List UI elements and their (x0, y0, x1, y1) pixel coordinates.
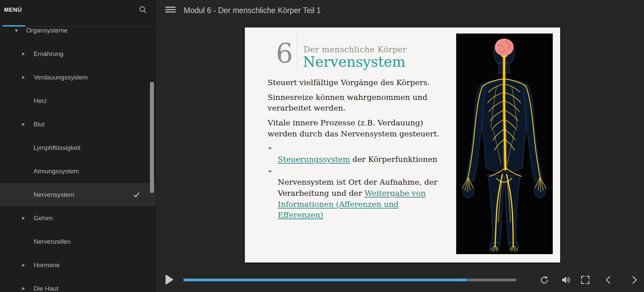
volume-icon[interactable] (561, 275, 571, 285)
sidebar-item-verdauungssystem[interactable]: Verdauungssystem (0, 66, 156, 89)
sidebar-item-label: Blut (34, 121, 45, 128)
caret-right-icon (22, 287, 25, 290)
hamburger-menu-icon[interactable] (165, 7, 176, 12)
module-title: Modul 6 - Der menschliche Körper Teil 1 (184, 6, 321, 15)
slide-chapter-number: 6 (272, 40, 297, 67)
caret-right-icon (22, 76, 25, 79)
sidebar-item-label: Nervenzellen (34, 238, 71, 245)
slide-canvas: 6 Der menschliche Körper Nervensystem St… (245, 27, 560, 262)
caret-right-icon (22, 123, 25, 126)
sidebar-item-label: Hormone (34, 261, 60, 269)
sidebar-item-gehirn[interactable]: Gehirn (0, 207, 156, 230)
sidebar-item-label: Atmungssystem (34, 168, 79, 175)
title-divider (297, 27, 297, 71)
menu-tab[interactable]: MENÜ (4, 7, 22, 13)
sidebar-item-nervenzellen[interactable]: Nervenzellen (0, 230, 156, 253)
seekbar-progress (183, 279, 467, 281)
sidebar-item-organsysteme[interactable]: Organsysteme (0, 27, 156, 42)
sidebar-item-atmungssystem[interactable]: Atmungssystem (0, 160, 156, 183)
arrow-bullet-icon: ➢ (268, 167, 272, 175)
sidebar-item-ernaehrung[interactable]: Ernährung (0, 42, 156, 66)
slide-hyperlink[interactable]: Steuerungssystem (278, 155, 350, 164)
slide-bullet-item: ➢Nervensystem ist Ort der Aufnahme, der … (268, 166, 482, 221)
sidebar-item-nervensystem[interactable]: Nervensystem (0, 183, 156, 207)
sidebar-item-die-haut[interactable]: Die Haut (0, 277, 156, 292)
sidebar-item-label: Nervensystem (34, 191, 74, 198)
main-area: Modul 6 - Der menschliche Körper Teil 1 … (156, 0, 644, 292)
sidebar-nav: Organsysteme Ernährung Verdauungssystem … (0, 27, 156, 292)
sidebar-scrollbar-thumb[interactable] (150, 82, 154, 193)
sidebar-item-label: Organsysteme (26, 27, 68, 34)
sidebar-item-label: Lymphflüssigkeit (34, 144, 80, 152)
sidebar-header: MENÜ (0, 0, 156, 27)
slide-kicker: Der menschliche Körper (304, 45, 407, 54)
seekbar[interactable] (183, 279, 517, 281)
active-tab-underline (3, 25, 25, 26)
caret-down-icon (15, 30, 18, 32)
play-button[interactable] (165, 275, 173, 285)
sidebar-item-label: Herz (34, 97, 47, 105)
slide-paragraph: Sinnesreize können wahrgenommen und vera… (268, 92, 482, 114)
main-header: Modul 6 - Der menschliche Körper Teil 1 (156, 0, 644, 19)
slide-paragraph: Steuert vielfältige Vorgänge des Körpers… (268, 77, 482, 88)
sidebar-item-label: Gehirn (34, 215, 53, 222)
previous-slide-button[interactable] (604, 275, 613, 285)
player-controls (156, 265, 644, 292)
sidebar-item-label: Die Haut (34, 285, 58, 292)
sidebar-item-blut[interactable]: Blut (0, 113, 156, 136)
slide-body-text: Steuert vielfältige Vorgänge des Körpers… (268, 77, 482, 222)
caret-right-icon (22, 264, 25, 267)
sidebar-item-herz[interactable]: Herz (0, 89, 156, 113)
caret-right-icon (22, 217, 25, 220)
slide-bullet-item: ➢Steuerungssystem der Körperfunktionen (268, 143, 482, 165)
slide-paragraph: Vitale innere Prozesse (z.B. Verdauung) … (268, 117, 482, 139)
arrow-bullet-icon: ➢ (268, 144, 272, 152)
next-slide-button[interactable] (629, 275, 639, 285)
slide-bullet-text: der Körperfunktionen (350, 155, 437, 164)
sidebar-item-label: Verdauungssystem (34, 74, 88, 81)
caret-right-icon (22, 52, 25, 56)
search-icon[interactable] (139, 6, 147, 14)
sidebar-item-label: Ernährung (34, 50, 63, 58)
slide-title: Nervensystem (303, 54, 406, 70)
sidebar-item-hormone[interactable]: Hormone (0, 253, 156, 277)
nervous-system-image (456, 34, 553, 254)
sidebar-item-lymphfluessigkeit[interactable]: Lymphflüssigkeit (0, 136, 156, 160)
sidebar: Organsysteme Ernährung Verdauungssystem … (0, 0, 156, 292)
fullscreen-icon[interactable] (581, 275, 590, 285)
checkmark-icon (133, 191, 140, 198)
replay-icon[interactable] (540, 275, 549, 285)
